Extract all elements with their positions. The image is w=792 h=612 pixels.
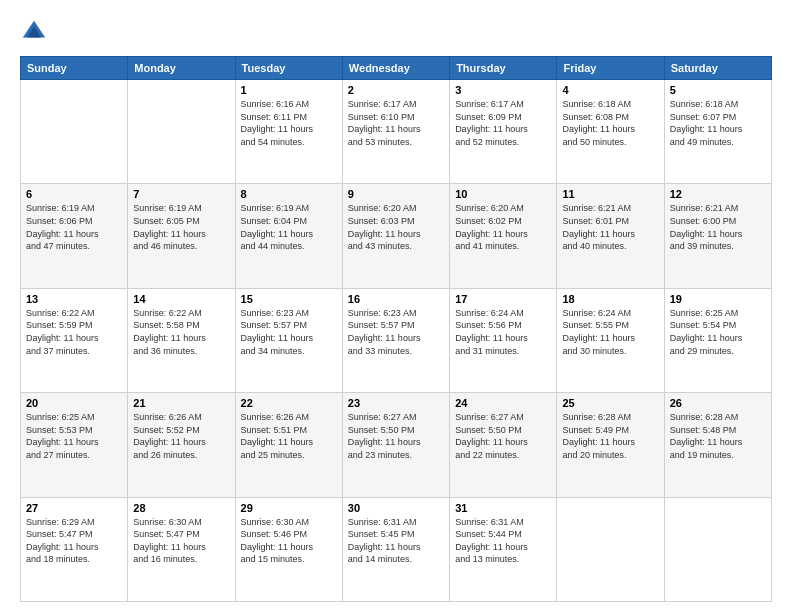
calendar-cell: 15Sunrise: 6:23 AM Sunset: 5:57 PM Dayli… [235,288,342,392]
calendar-week-row: 27Sunrise: 6:29 AM Sunset: 5:47 PM Dayli… [21,497,772,601]
day-number: 3 [455,84,551,96]
day-info: Sunrise: 6:26 AM Sunset: 5:51 PM Dayligh… [241,411,337,461]
day-info: Sunrise: 6:19 AM Sunset: 6:06 PM Dayligh… [26,202,122,252]
calendar-cell: 1Sunrise: 6:16 AM Sunset: 6:11 PM Daylig… [235,80,342,184]
day-info: Sunrise: 6:31 AM Sunset: 5:44 PM Dayligh… [455,516,551,566]
calendar-cell: 5Sunrise: 6:18 AM Sunset: 6:07 PM Daylig… [664,80,771,184]
calendar-cell [557,497,664,601]
day-number: 10 [455,188,551,200]
calendar-week-row: 13Sunrise: 6:22 AM Sunset: 5:59 PM Dayli… [21,288,772,392]
day-number: 12 [670,188,766,200]
day-info: Sunrise: 6:20 AM Sunset: 6:02 PM Dayligh… [455,202,551,252]
header [20,18,772,46]
calendar-cell: 24Sunrise: 6:27 AM Sunset: 5:50 PM Dayli… [450,393,557,497]
day-number: 2 [348,84,444,96]
day-info: Sunrise: 6:28 AM Sunset: 5:49 PM Dayligh… [562,411,658,461]
day-number: 23 [348,397,444,409]
day-info: Sunrise: 6:16 AM Sunset: 6:11 PM Dayligh… [241,98,337,148]
day-info: Sunrise: 6:27 AM Sunset: 5:50 PM Dayligh… [348,411,444,461]
calendar-cell: 12Sunrise: 6:21 AM Sunset: 6:00 PM Dayli… [664,184,771,288]
calendar-cell: 19Sunrise: 6:25 AM Sunset: 5:54 PM Dayli… [664,288,771,392]
calendar-cell: 25Sunrise: 6:28 AM Sunset: 5:49 PM Dayli… [557,393,664,497]
day-number: 27 [26,502,122,514]
day-info: Sunrise: 6:25 AM Sunset: 5:53 PM Dayligh… [26,411,122,461]
calendar-cell: 18Sunrise: 6:24 AM Sunset: 5:55 PM Dayli… [557,288,664,392]
day-info: Sunrise: 6:22 AM Sunset: 5:58 PM Dayligh… [133,307,229,357]
day-number: 11 [562,188,658,200]
day-info: Sunrise: 6:17 AM Sunset: 6:09 PM Dayligh… [455,98,551,148]
logo [20,18,52,46]
calendar-cell: 7Sunrise: 6:19 AM Sunset: 6:05 PM Daylig… [128,184,235,288]
day-number: 21 [133,397,229,409]
day-info: Sunrise: 6:31 AM Sunset: 5:45 PM Dayligh… [348,516,444,566]
calendar-cell: 31Sunrise: 6:31 AM Sunset: 5:44 PM Dayli… [450,497,557,601]
day-info: Sunrise: 6:18 AM Sunset: 6:07 PM Dayligh… [670,98,766,148]
day-of-week-header: Thursday [450,57,557,80]
day-number: 30 [348,502,444,514]
calendar-cell: 28Sunrise: 6:30 AM Sunset: 5:47 PM Dayli… [128,497,235,601]
day-number: 5 [670,84,766,96]
day-info: Sunrise: 6:24 AM Sunset: 5:55 PM Dayligh… [562,307,658,357]
day-info: Sunrise: 6:29 AM Sunset: 5:47 PM Dayligh… [26,516,122,566]
day-number: 16 [348,293,444,305]
day-info: Sunrise: 6:26 AM Sunset: 5:52 PM Dayligh… [133,411,229,461]
calendar-week-row: 20Sunrise: 6:25 AM Sunset: 5:53 PM Dayli… [21,393,772,497]
day-info: Sunrise: 6:21 AM Sunset: 6:00 PM Dayligh… [670,202,766,252]
day-number: 19 [670,293,766,305]
calendar-cell: 27Sunrise: 6:29 AM Sunset: 5:47 PM Dayli… [21,497,128,601]
calendar-cell: 6Sunrise: 6:19 AM Sunset: 6:06 PM Daylig… [21,184,128,288]
calendar-cell: 11Sunrise: 6:21 AM Sunset: 6:01 PM Dayli… [557,184,664,288]
day-number: 6 [26,188,122,200]
calendar-cell [664,497,771,601]
calendar-cell: 21Sunrise: 6:26 AM Sunset: 5:52 PM Dayli… [128,393,235,497]
day-number: 31 [455,502,551,514]
day-number: 4 [562,84,658,96]
day-info: Sunrise: 6:30 AM Sunset: 5:47 PM Dayligh… [133,516,229,566]
day-number: 14 [133,293,229,305]
day-info: Sunrise: 6:25 AM Sunset: 5:54 PM Dayligh… [670,307,766,357]
day-info: Sunrise: 6:30 AM Sunset: 5:46 PM Dayligh… [241,516,337,566]
day-info: Sunrise: 6:19 AM Sunset: 6:04 PM Dayligh… [241,202,337,252]
day-info: Sunrise: 6:23 AM Sunset: 5:57 PM Dayligh… [241,307,337,357]
day-info: Sunrise: 6:19 AM Sunset: 6:05 PM Dayligh… [133,202,229,252]
day-info: Sunrise: 6:24 AM Sunset: 5:56 PM Dayligh… [455,307,551,357]
day-number: 13 [26,293,122,305]
calendar-cell: 20Sunrise: 6:25 AM Sunset: 5:53 PM Dayli… [21,393,128,497]
day-info: Sunrise: 6:17 AM Sunset: 6:10 PM Dayligh… [348,98,444,148]
day-number: 1 [241,84,337,96]
day-number: 20 [26,397,122,409]
day-number: 26 [670,397,766,409]
day-of-week-header: Monday [128,57,235,80]
page: SundayMondayTuesdayWednesdayThursdayFrid… [0,0,792,612]
day-of-week-header: Tuesday [235,57,342,80]
calendar-cell: 16Sunrise: 6:23 AM Sunset: 5:57 PM Dayli… [342,288,449,392]
calendar-week-row: 1Sunrise: 6:16 AM Sunset: 6:11 PM Daylig… [21,80,772,184]
day-info: Sunrise: 6:22 AM Sunset: 5:59 PM Dayligh… [26,307,122,357]
calendar-cell: 23Sunrise: 6:27 AM Sunset: 5:50 PM Dayli… [342,393,449,497]
calendar-cell [21,80,128,184]
day-number: 18 [562,293,658,305]
calendar-cell: 17Sunrise: 6:24 AM Sunset: 5:56 PM Dayli… [450,288,557,392]
day-number: 17 [455,293,551,305]
day-number: 22 [241,397,337,409]
day-number: 7 [133,188,229,200]
day-number: 9 [348,188,444,200]
calendar-cell: 9Sunrise: 6:20 AM Sunset: 6:03 PM Daylig… [342,184,449,288]
calendar-cell: 30Sunrise: 6:31 AM Sunset: 5:45 PM Dayli… [342,497,449,601]
day-of-week-header: Sunday [21,57,128,80]
calendar-cell: 22Sunrise: 6:26 AM Sunset: 5:51 PM Dayli… [235,393,342,497]
day-number: 25 [562,397,658,409]
calendar-cell: 14Sunrise: 6:22 AM Sunset: 5:58 PM Dayli… [128,288,235,392]
day-number: 29 [241,502,337,514]
calendar-cell: 2Sunrise: 6:17 AM Sunset: 6:10 PM Daylig… [342,80,449,184]
calendar-header-row: SundayMondayTuesdayWednesdayThursdayFrid… [21,57,772,80]
calendar-cell: 4Sunrise: 6:18 AM Sunset: 6:08 PM Daylig… [557,80,664,184]
calendar: SundayMondayTuesdayWednesdayThursdayFrid… [20,56,772,602]
day-number: 8 [241,188,337,200]
day-info: Sunrise: 6:23 AM Sunset: 5:57 PM Dayligh… [348,307,444,357]
day-of-week-header: Wednesday [342,57,449,80]
day-info: Sunrise: 6:28 AM Sunset: 5:48 PM Dayligh… [670,411,766,461]
calendar-cell: 8Sunrise: 6:19 AM Sunset: 6:04 PM Daylig… [235,184,342,288]
day-info: Sunrise: 6:21 AM Sunset: 6:01 PM Dayligh… [562,202,658,252]
day-number: 24 [455,397,551,409]
